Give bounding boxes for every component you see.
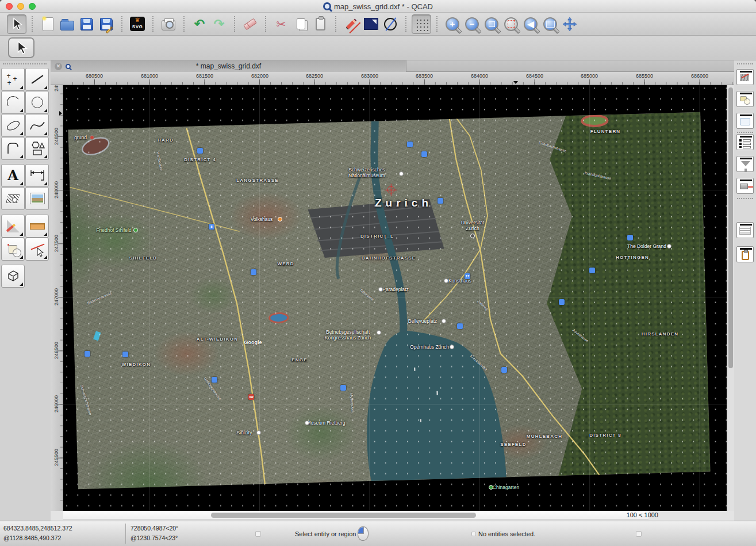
zoom-selection-icon	[504, 17, 518, 31]
panel-layer-list-button[interactable]	[736, 134, 754, 150]
panel-clipboard-button[interactable]	[736, 246, 754, 262]
spline-icon	[29, 118, 45, 133]
status-toggle-icon[interactable]	[636, 531, 642, 537]
vertical-scrollbar[interactable]	[727, 85, 734, 511]
new-file-button[interactable]	[38, 14, 57, 34]
close-window-button[interactable]	[6, 3, 13, 10]
copy-button[interactable]	[291, 14, 310, 34]
tool-draw-settings[interactable]	[1, 215, 25, 238]
print-preview-button[interactable]	[159, 14, 178, 34]
zoom-selection-button[interactable]	[501, 14, 521, 34]
tool-point[interactable]: +++	[1, 68, 25, 91]
cursor-icon	[10, 17, 23, 31]
tool-pick-entity[interactable]	[25, 238, 49, 261]
circle-icon	[32, 97, 43, 108]
tool-circle[interactable]	[25, 91, 49, 114]
panel-selection-filter-button[interactable]	[736, 156, 754, 172]
open-file-button[interactable]	[57, 14, 77, 34]
tool-ellipse[interactable]	[1, 114, 25, 137]
zoom-window-button[interactable]	[29, 3, 36, 10]
undo-button[interactable]: ↶	[190, 14, 209, 34]
dimension-icon	[29, 168, 45, 183]
print-preview-icon	[162, 20, 175, 30]
point-icon: +++	[6, 72, 20, 86]
tool-image[interactable]	[25, 187, 49, 210]
save-button[interactable]	[77, 14, 97, 34]
circle-tool-button[interactable]	[381, 14, 400, 34]
tool-projection[interactable]	[1, 265, 25, 288]
property-editor-icon	[740, 74, 749, 81]
set-square-pencil-icon	[7, 220, 20, 232]
panel-handle[interactable]	[737, 63, 753, 64]
hint-toggle-icon[interactable]	[255, 531, 261, 537]
panel-property-editor-button[interactable]	[736, 69, 754, 85]
paste-button[interactable]	[310, 14, 330, 34]
zoom-window-tool-button[interactable]	[540, 14, 560, 34]
grid-spacing-info: 100 < 1000	[627, 511, 658, 518]
document-tab[interactable]: ✕ * map_swiss_grid.dxf	[51, 60, 406, 72]
zoom-out-button[interactable]: −	[462, 14, 482, 34]
panel-block-list-button[interactable]	[736, 91, 754, 107]
tool-polyline[interactable]	[1, 137, 25, 160]
horizontal-scrollbar-thumb[interactable]	[211, 513, 476, 518]
tool-arc[interactable]	[1, 91, 25, 114]
window-title: map_swiss_grid.dxf * - QCAD	[334, 2, 433, 11]
command-hint: Select entity or region	[295, 530, 356, 537]
grid-icon	[415, 17, 428, 31]
select-tool-button[interactable]	[7, 14, 26, 34]
auto-zoom-button[interactable]	[482, 14, 501, 34]
previous-view-button[interactable]: ◀	[521, 14, 540, 34]
tool-modify[interactable]	[1, 238, 25, 261]
satellite-map-image	[68, 112, 710, 489]
selection-info-icon[interactable]	[471, 532, 476, 536]
tool-hatch[interactable]	[1, 187, 25, 210]
panel-view-list-button[interactable]	[736, 113, 754, 129]
toolbar-separator	[405, 16, 406, 32]
grid-toggle-button[interactable]	[412, 14, 431, 34]
panel-library-browser-button[interactable]	[736, 178, 754, 194]
svg-export-icon: ♛SVG	[130, 17, 145, 31]
library-browser-icon	[740, 184, 748, 189]
toolbar-separator	[234, 16, 235, 32]
polyline-icon	[6, 141, 21, 156]
save-as-button[interactable]	[97, 14, 116, 34]
minimize-window-button[interactable]	[17, 3, 24, 10]
zoom-in-icon: +	[446, 17, 459, 31]
horizontal-ruler: 680500 681000 681500 682000 682500 68300…	[51, 72, 734, 85]
tool-spline[interactable]	[25, 114, 49, 137]
zoom-out-icon: −	[465, 17, 479, 31]
draw-pencil-button[interactable]	[341, 14, 361, 34]
tool-dimension[interactable]	[25, 164, 49, 187]
tool-shape[interactable]	[25, 137, 49, 160]
line-icon	[31, 75, 43, 83]
hruler-ticks	[63, 72, 734, 85]
hatch-icon	[6, 194, 20, 203]
panel-command-line-button[interactable]	[736, 222, 754, 238]
pan-icon	[562, 17, 577, 32]
horizontal-scrollbar[interactable]	[63, 511, 648, 520]
vertical-scrollbar-thumb[interactable]	[728, 87, 733, 368]
hruler-label: 681000	[141, 73, 158, 79]
block-list-icon	[740, 96, 747, 101]
toolbar-separator	[335, 16, 336, 32]
toolbar-separator	[32, 16, 33, 32]
delete-button[interactable]	[240, 14, 260, 34]
pan-button[interactable]	[560, 14, 580, 34]
line-tool-button[interactable]	[361, 14, 381, 34]
new-document-icon	[43, 17, 53, 31]
hruler-label: 684500	[526, 73, 543, 79]
tool-measure[interactable]	[25, 215, 49, 238]
open-folder-icon	[60, 21, 74, 30]
selection-status: No entities selected.	[478, 530, 535, 537]
tool-line[interactable]	[25, 68, 49, 91]
cut-button[interactable]: ✂	[271, 14, 291, 34]
vruler-label: 247000	[53, 288, 59, 306]
zoom-in-button[interactable]: +	[443, 14, 462, 34]
toolbar-handle[interactable]	[3, 63, 47, 64]
select-tool-button-large[interactable]	[8, 37, 34, 58]
drawing-canvas[interactable]: Zurich HARD DISTRICT 4 LANGSTRASSE DISTR…	[63, 85, 727, 511]
tool-text[interactable]: A	[1, 164, 25, 187]
zoom-window-icon	[543, 17, 557, 31]
redo-button[interactable]: ↷	[209, 14, 229, 34]
svg-export-button[interactable]: ♛SVG	[128, 14, 147, 34]
